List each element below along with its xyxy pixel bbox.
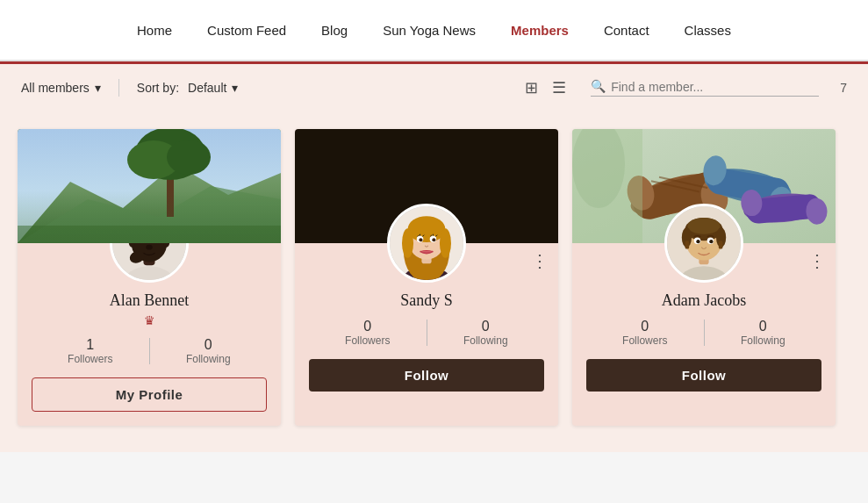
svg-point-26 — [402, 228, 413, 258]
svg-point-30 — [419, 238, 422, 241]
member-card-sandy-s: ⋮ — [295, 129, 558, 426]
svg-point-67 — [696, 240, 699, 243]
filter-all-members[interactable]: All members ▾ — [21, 81, 101, 95]
card-body-sandy: Sandy S 0 Followers 0 Following Follow — [295, 243, 558, 406]
search-icon: 🔍 — [591, 79, 606, 94]
sandy-stats: 0 Followers 0 Following — [309, 319, 544, 347]
sandy-more-button[interactable]: ⋮ — [531, 252, 549, 269]
sandy-following-label: Following — [463, 334, 508, 347]
sandy-followers-num: 0 — [363, 319, 371, 334]
members-toolbar: All members ▾ Sort by: Default ▾ ⊞ ☰ 🔍 7 — [0, 64, 868, 111]
sandy-followers-label: Followers — [345, 334, 390, 347]
alan-followers-num: 1 — [86, 337, 94, 353]
alan-followers-label: Followers — [68, 353, 112, 365]
svg-point-60 — [687, 218, 720, 234]
adam-following-stat: 0 Following — [705, 319, 822, 347]
svg-point-31 — [432, 238, 435, 241]
adam-following-label: Following — [741, 334, 786, 347]
adam-name: Adam Jacobs — [662, 291, 746, 310]
svg-point-68 — [709, 240, 713, 243]
avatar-sandy — [387, 204, 466, 283]
grid-view-button[interactable]: ⊞ — [521, 76, 542, 99]
adam-more-button[interactable]: ⋮ — [808, 252, 827, 269]
view-toggle: ⊞ ☰ — [521, 76, 570, 99]
main-nav: Home Custom Feed Blog Sun Yoga News Memb… — [0, 0, 868, 61]
sandy-followers-stat: 0 Followers — [309, 319, 427, 347]
avatar-adam — [664, 204, 743, 283]
sort-button[interactable]: Sort by: Default ▾ — [137, 81, 239, 95]
svg-rect-63 — [685, 241, 690, 248]
svg-rect-7 — [18, 226, 281, 243]
adam-followers-num: 0 — [641, 319, 649, 334]
sandy-following-num: 0 — [482, 319, 490, 334]
nav-blog[interactable]: Blog — [321, 23, 348, 38]
adam-following-num: 0 — [759, 319, 767, 334]
svg-point-18 — [146, 245, 152, 250]
sort-label: Sort by: — [137, 81, 179, 95]
chevron-down-icon: ▾ — [95, 81, 101, 95]
svg-rect-64 — [719, 241, 723, 248]
nav-home[interactable]: Home — [137, 23, 172, 38]
toolbar-divider-1 — [118, 79, 119, 97]
svg-point-6 — [167, 140, 211, 175]
member-count: 7 — [840, 81, 847, 95]
member-card-adam-jacobs: ⋮ — [572, 129, 836, 426]
member-card-alan-bennet: Alan Bennet ♛ 1 Followers 0 Following My… — [18, 129, 281, 426]
alan-following-stat: 0 Following — [150, 337, 268, 365]
sandy-following-stat: 0 Following — [427, 319, 545, 347]
list-view-button[interactable]: ☰ — [549, 76, 570, 99]
nav-classes[interactable]: Classes — [685, 23, 731, 38]
search-input[interactable] — [611, 80, 819, 94]
alan-badge: ♛ — [144, 313, 155, 328]
my-profile-button[interactable]: My Profile — [32, 377, 267, 412]
nav-contact[interactable]: Contact — [604, 23, 649, 38]
svg-marker-2 — [18, 186, 281, 243]
adam-stats: 0 Followers 0 Following — [586, 319, 821, 347]
nav-sun-yoga-news[interactable]: Sun Yoga News — [383, 23, 476, 38]
sandy-follow-button[interactable]: Follow — [309, 359, 544, 392]
card-body-adam: Adam Jacobs 0 Followers 0 Following Foll… — [572, 243, 836, 406]
alan-following-label: Following — [186, 353, 231, 365]
alan-name: Alan Bennet — [110, 291, 189, 310]
sandy-name: Sandy S — [400, 291, 453, 310]
adam-follow-button[interactable]: Follow — [586, 359, 821, 392]
alan-following-num: 0 — [204, 337, 212, 353]
alan-followers-stat: 1 Followers — [32, 337, 149, 365]
members-grid: Alan Bennet ♛ 1 Followers 0 Following My… — [0, 111, 868, 452]
card-body-alan: Alan Bennet ♛ 1 Followers 0 Following My… — [18, 243, 281, 426]
alan-stats: 1 Followers 0 Following — [32, 337, 267, 365]
search-area: 🔍 — [591, 79, 819, 97]
card-cover-nature — [18, 129, 281, 243]
svg-point-27 — [440, 228, 451, 258]
sort-value: Default — [188, 81, 226, 95]
adam-followers-label: Followers — [622, 334, 667, 347]
nav-custom-feed[interactable]: Custom Feed — [207, 23, 286, 38]
adam-followers-stat: 0 Followers — [586, 319, 704, 347]
filter-label: All members — [21, 81, 90, 95]
svg-point-25 — [408, 216, 446, 242]
nav-members[interactable]: Members — [511, 23, 569, 38]
sort-chevron-icon: ▾ — [232, 81, 238, 95]
